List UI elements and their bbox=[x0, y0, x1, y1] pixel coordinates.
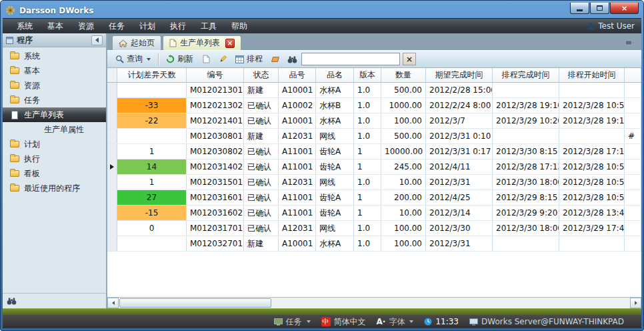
column-header-6[interactable]: 数量 bbox=[381, 68, 426, 82]
cell[interactable]: 2012/3/7 bbox=[426, 113, 493, 128]
column-header-2[interactable]: 状态 bbox=[244, 68, 279, 82]
statusbar-task[interactable]: 任务 bbox=[274, 316, 311, 328]
menu-execute[interactable]: 执行 bbox=[163, 19, 193, 34]
table-row[interactable]: 27M012031601已确认A11001齿轮A1200.002012/4/25… bbox=[107, 190, 641, 206]
cell[interactable]: 2012/3/28 17:13 bbox=[559, 144, 625, 159]
statusbar-time[interactable]: 11:33 bbox=[424, 317, 459, 326]
table-row[interactable]: 1M012031501已确认A12031网线1.010.002012/3/312… bbox=[107, 175, 641, 190]
cell[interactable]: 已确认 bbox=[244, 98, 279, 113]
cell[interactable] bbox=[625, 190, 641, 205]
cell[interactable] bbox=[493, 129, 559, 143]
cell[interactable] bbox=[493, 83, 559, 97]
cell[interactable]: A10001 bbox=[279, 113, 316, 128]
tab-production-order-list[interactable]: 生产单列表 × bbox=[163, 35, 241, 50]
table-row[interactable]: -22M012021401已确认A10001水杯A1.0100.002012/3… bbox=[107, 113, 641, 129]
menu-plan[interactable]: 计划 bbox=[132, 19, 163, 34]
cell[interactable]: 1.0 bbox=[354, 236, 381, 251]
cell[interactable]: 10.00 bbox=[381, 206, 426, 220]
scroll-left-button[interactable] bbox=[107, 298, 119, 308]
cell[interactable] bbox=[625, 98, 641, 113]
table-row[interactable]: M012032701新建A10001水杯A1.0100.002012/3/31 bbox=[107, 236, 641, 252]
cell[interactable]: 新建 bbox=[244, 236, 279, 251]
cell[interactable]: 网线 bbox=[316, 175, 354, 190]
sidebar-item-0[interactable]: 系统 bbox=[3, 49, 106, 63]
cell[interactable]: 1.0 bbox=[354, 175, 381, 190]
cell[interactable]: 2012/3/28 19:10 bbox=[559, 113, 625, 128]
sidebar-item-8[interactable]: 看板 bbox=[3, 166, 106, 181]
cell[interactable]: M012021301 bbox=[187, 83, 244, 97]
cell[interactable]: 已确认 bbox=[244, 190, 279, 205]
cell[interactable]: 1 bbox=[354, 144, 381, 159]
cell[interactable]: 1 bbox=[117, 144, 187, 159]
cell[interactable]: -15 bbox=[117, 206, 187, 220]
cell[interactable]: M012032701 bbox=[187, 236, 244, 251]
cell[interactable]: A11001 bbox=[279, 144, 316, 159]
cell[interactable]: 2012/3/29 9:20 bbox=[493, 206, 559, 220]
cell[interactable]: A10001 bbox=[279, 236, 316, 251]
cell[interactable]: 1000.00 bbox=[381, 98, 426, 113]
cell[interactable]: 水杯A bbox=[316, 236, 354, 251]
column-header-7[interactable]: 期望完成时间 bbox=[426, 68, 493, 82]
cell[interactable]: 2012/3/28 10:52 bbox=[559, 159, 625, 174]
menu-tools[interactable]: 工具 bbox=[193, 19, 224, 34]
cell[interactable]: 200.00 bbox=[381, 190, 426, 205]
cell[interactable]: 1.0 bbox=[354, 129, 381, 143]
cell[interactable]: 齿轮A bbox=[316, 206, 354, 220]
cell[interactable] bbox=[559, 83, 625, 97]
edit-button[interactable] bbox=[215, 53, 230, 66]
cell[interactable]: 1 bbox=[354, 190, 381, 205]
cell[interactable]: 245.00 bbox=[381, 159, 426, 174]
cell[interactable]: 2012/3/28 17:13 bbox=[493, 159, 559, 174]
cell[interactable]: A10001 bbox=[279, 83, 316, 97]
cell[interactable]: 10000.00 bbox=[381, 144, 426, 159]
cell[interactable]: A11001 bbox=[279, 190, 316, 205]
close-button[interactable]: × bbox=[610, 3, 639, 14]
cell[interactable]: 2012/3/30 8:15 bbox=[493, 144, 559, 159]
scroll-right-button[interactable] bbox=[630, 298, 641, 308]
tab-close-icon[interactable]: × bbox=[225, 39, 235, 48]
cell[interactable]: M012031601 bbox=[187, 190, 244, 205]
cell[interactable]: A10002 bbox=[279, 98, 316, 113]
cell[interactable] bbox=[117, 129, 187, 143]
sidebar-item-3[interactable]: 任务 bbox=[3, 93, 106, 107]
cell[interactable]: 2012/3/30 bbox=[426, 221, 493, 236]
cell[interactable] bbox=[625, 175, 641, 190]
cell[interactable]: 2012/3/29 8:15 bbox=[493, 190, 559, 205]
cell[interactable]: 2012/3/14 bbox=[426, 206, 493, 220]
cell[interactable]: M012031501 bbox=[187, 175, 244, 190]
cell[interactable]: A12031 bbox=[279, 129, 316, 143]
cell[interactable]: M012031402 bbox=[187, 159, 244, 174]
column-header-9[interactable]: 排程开始时间 bbox=[559, 68, 625, 82]
table-row[interactable]: -15M012031602已确认A11001齿轮A110.002012/3/14… bbox=[107, 206, 641, 221]
cell[interactable] bbox=[625, 83, 641, 97]
cell[interactable]: 2012/2/28 15:00 bbox=[426, 83, 493, 97]
cell[interactable]: 2012/3/29 10:20 bbox=[493, 113, 559, 128]
minimize-button[interactable] bbox=[570, 3, 589, 14]
cell[interactable]: 水杯A bbox=[316, 113, 354, 128]
statusbar-language[interactable]: 中 简体中文 bbox=[321, 316, 366, 328]
new-button[interactable] bbox=[199, 53, 213, 66]
table-row[interactable]: 0M012031701已确认A12031网线1.0100.002012/3/30… bbox=[107, 221, 641, 236]
find-button[interactable] bbox=[285, 53, 299, 66]
cell[interactable]: 14 bbox=[117, 159, 187, 174]
cell[interactable]: 齿轮A bbox=[316, 159, 354, 174]
cell[interactable]: 500.00 bbox=[381, 129, 426, 143]
cell[interactable]: 2012/3/31 bbox=[426, 236, 493, 251]
refresh-button[interactable]: 刷新 bbox=[163, 52, 197, 66]
user-indicator[interactable]: Test User bbox=[587, 21, 635, 31]
cell[interactable]: 2012/3/28 19:10 bbox=[493, 98, 559, 113]
cell[interactable]: M012031701 bbox=[187, 221, 244, 236]
cell[interactable]: 2012/3/31 0:10 bbox=[426, 129, 493, 143]
cell[interactable]: 已确认 bbox=[244, 113, 279, 128]
sidebar-collapse-button[interactable] bbox=[91, 35, 103, 45]
cell[interactable]: A11001 bbox=[279, 159, 316, 174]
table-row[interactable]: M012030801新建A12031网线1.0500.002012/3/31 0… bbox=[107, 129, 641, 144]
cell[interactable]: 1.0 bbox=[354, 83, 381, 97]
cell[interactable]: 100.00 bbox=[381, 221, 426, 236]
toolbar-search-clear-button[interactable]: × bbox=[403, 53, 416, 65]
cell[interactable]: 2012/2/24 8:00 bbox=[426, 98, 493, 113]
cell[interactable]: 2012/4/25 bbox=[426, 190, 493, 205]
eraser-button[interactable] bbox=[268, 53, 283, 66]
cell[interactable]: 100.00 bbox=[381, 113, 426, 128]
menu-task[interactable]: 任务 bbox=[101, 19, 132, 34]
